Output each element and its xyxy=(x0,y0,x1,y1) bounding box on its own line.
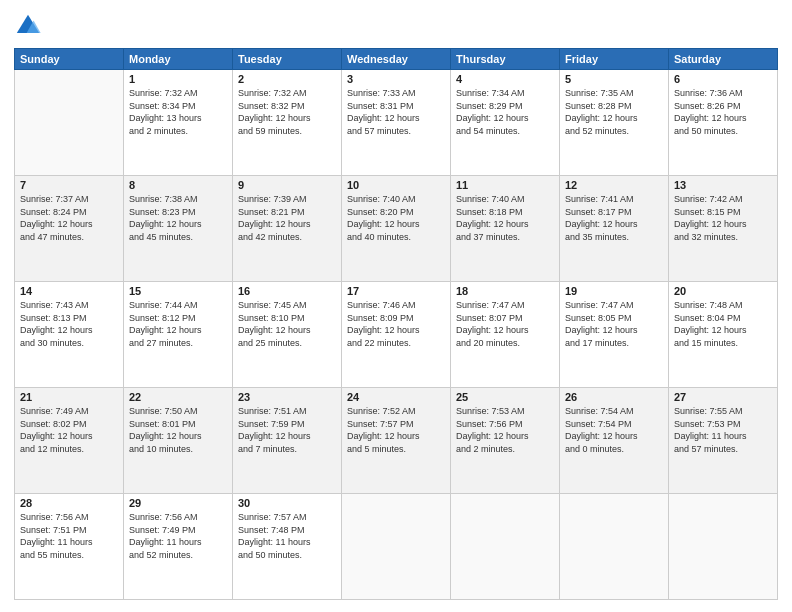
day-info: Sunrise: 7:38 AM Sunset: 8:23 PM Dayligh… xyxy=(129,193,227,243)
calendar-cell: 15Sunrise: 7:44 AM Sunset: 8:12 PM Dayli… xyxy=(124,282,233,388)
calendar-cell: 28Sunrise: 7:56 AM Sunset: 7:51 PM Dayli… xyxy=(15,494,124,600)
day-number: 4 xyxy=(456,73,554,85)
day-number: 12 xyxy=(565,179,663,191)
weekday-friday: Friday xyxy=(560,49,669,70)
day-info: Sunrise: 7:36 AM Sunset: 8:26 PM Dayligh… xyxy=(674,87,772,137)
day-info: Sunrise: 7:45 AM Sunset: 8:10 PM Dayligh… xyxy=(238,299,336,349)
day-info: Sunrise: 7:48 AM Sunset: 8:04 PM Dayligh… xyxy=(674,299,772,349)
calendar-cell: 24Sunrise: 7:52 AM Sunset: 7:57 PM Dayli… xyxy=(342,388,451,494)
day-number: 17 xyxy=(347,285,445,297)
calendar-cell: 3Sunrise: 7:33 AM Sunset: 8:31 PM Daylig… xyxy=(342,70,451,176)
calendar-cell: 18Sunrise: 7:47 AM Sunset: 8:07 PM Dayli… xyxy=(451,282,560,388)
calendar-cell xyxy=(15,70,124,176)
day-info: Sunrise: 7:40 AM Sunset: 8:18 PM Dayligh… xyxy=(456,193,554,243)
day-info: Sunrise: 7:40 AM Sunset: 8:20 PM Dayligh… xyxy=(347,193,445,243)
day-info: Sunrise: 7:37 AM Sunset: 8:24 PM Dayligh… xyxy=(20,193,118,243)
calendar-week-row: 14Sunrise: 7:43 AM Sunset: 8:13 PM Dayli… xyxy=(15,282,778,388)
day-info: Sunrise: 7:51 AM Sunset: 7:59 PM Dayligh… xyxy=(238,405,336,455)
day-info: Sunrise: 7:47 AM Sunset: 8:07 PM Dayligh… xyxy=(456,299,554,349)
calendar-cell xyxy=(451,494,560,600)
day-info: Sunrise: 7:55 AM Sunset: 7:53 PM Dayligh… xyxy=(674,405,772,455)
day-number: 26 xyxy=(565,391,663,403)
day-number: 18 xyxy=(456,285,554,297)
day-info: Sunrise: 7:46 AM Sunset: 8:09 PM Dayligh… xyxy=(347,299,445,349)
day-number: 19 xyxy=(565,285,663,297)
calendar-cell: 12Sunrise: 7:41 AM Sunset: 8:17 PM Dayli… xyxy=(560,176,669,282)
calendar-cell xyxy=(342,494,451,600)
calendar-cell: 27Sunrise: 7:55 AM Sunset: 7:53 PM Dayli… xyxy=(669,388,778,494)
day-number: 9 xyxy=(238,179,336,191)
day-number: 29 xyxy=(129,497,227,509)
weekday-thursday: Thursday xyxy=(451,49,560,70)
calendar-cell: 4Sunrise: 7:34 AM Sunset: 8:29 PM Daylig… xyxy=(451,70,560,176)
day-number: 14 xyxy=(20,285,118,297)
day-number: 5 xyxy=(565,73,663,85)
calendar-table: SundayMondayTuesdayWednesdayThursdayFrid… xyxy=(14,48,778,600)
calendar-cell: 7Sunrise: 7:37 AM Sunset: 8:24 PM Daylig… xyxy=(15,176,124,282)
calendar-cell: 30Sunrise: 7:57 AM Sunset: 7:48 PM Dayli… xyxy=(233,494,342,600)
weekday-saturday: Saturday xyxy=(669,49,778,70)
calendar-cell: 23Sunrise: 7:51 AM Sunset: 7:59 PM Dayli… xyxy=(233,388,342,494)
weekday-tuesday: Tuesday xyxy=(233,49,342,70)
day-number: 25 xyxy=(456,391,554,403)
calendar-cell: 5Sunrise: 7:35 AM Sunset: 8:28 PM Daylig… xyxy=(560,70,669,176)
weekday-sunday: Sunday xyxy=(15,49,124,70)
calendar-week-row: 21Sunrise: 7:49 AM Sunset: 8:02 PM Dayli… xyxy=(15,388,778,494)
calendar-cell: 11Sunrise: 7:40 AM Sunset: 8:18 PM Dayli… xyxy=(451,176,560,282)
day-number: 1 xyxy=(129,73,227,85)
calendar-cell xyxy=(669,494,778,600)
day-number: 28 xyxy=(20,497,118,509)
day-number: 8 xyxy=(129,179,227,191)
day-info: Sunrise: 7:34 AM Sunset: 8:29 PM Dayligh… xyxy=(456,87,554,137)
calendar-cell: 10Sunrise: 7:40 AM Sunset: 8:20 PM Dayli… xyxy=(342,176,451,282)
calendar-cell: 16Sunrise: 7:45 AM Sunset: 8:10 PM Dayli… xyxy=(233,282,342,388)
day-number: 3 xyxy=(347,73,445,85)
day-info: Sunrise: 7:35 AM Sunset: 8:28 PM Dayligh… xyxy=(565,87,663,137)
day-number: 16 xyxy=(238,285,336,297)
day-number: 15 xyxy=(129,285,227,297)
day-info: Sunrise: 7:43 AM Sunset: 8:13 PM Dayligh… xyxy=(20,299,118,349)
day-number: 21 xyxy=(20,391,118,403)
calendar-week-row: 1Sunrise: 7:32 AM Sunset: 8:34 PM Daylig… xyxy=(15,70,778,176)
day-info: Sunrise: 7:49 AM Sunset: 8:02 PM Dayligh… xyxy=(20,405,118,455)
calendar-cell: 20Sunrise: 7:48 AM Sunset: 8:04 PM Dayli… xyxy=(669,282,778,388)
day-info: Sunrise: 7:33 AM Sunset: 8:31 PM Dayligh… xyxy=(347,87,445,137)
weekday-monday: Monday xyxy=(124,49,233,70)
day-info: Sunrise: 7:44 AM Sunset: 8:12 PM Dayligh… xyxy=(129,299,227,349)
calendar-cell: 26Sunrise: 7:54 AM Sunset: 7:54 PM Dayli… xyxy=(560,388,669,494)
day-info: Sunrise: 7:53 AM Sunset: 7:56 PM Dayligh… xyxy=(456,405,554,455)
day-info: Sunrise: 7:41 AM Sunset: 8:17 PM Dayligh… xyxy=(565,193,663,243)
day-info: Sunrise: 7:56 AM Sunset: 7:49 PM Dayligh… xyxy=(129,511,227,561)
calendar-cell: 6Sunrise: 7:36 AM Sunset: 8:26 PM Daylig… xyxy=(669,70,778,176)
day-info: Sunrise: 7:50 AM Sunset: 8:01 PM Dayligh… xyxy=(129,405,227,455)
day-number: 10 xyxy=(347,179,445,191)
day-info: Sunrise: 7:39 AM Sunset: 8:21 PM Dayligh… xyxy=(238,193,336,243)
weekday-wednesday: Wednesday xyxy=(342,49,451,70)
calendar-week-row: 28Sunrise: 7:56 AM Sunset: 7:51 PM Dayli… xyxy=(15,494,778,600)
logo xyxy=(14,12,46,40)
day-number: 27 xyxy=(674,391,772,403)
calendar-cell: 17Sunrise: 7:46 AM Sunset: 8:09 PM Dayli… xyxy=(342,282,451,388)
calendar-week-row: 7Sunrise: 7:37 AM Sunset: 8:24 PM Daylig… xyxy=(15,176,778,282)
day-info: Sunrise: 7:52 AM Sunset: 7:57 PM Dayligh… xyxy=(347,405,445,455)
day-number: 24 xyxy=(347,391,445,403)
day-info: Sunrise: 7:42 AM Sunset: 8:15 PM Dayligh… xyxy=(674,193,772,243)
calendar-cell: 13Sunrise: 7:42 AM Sunset: 8:15 PM Dayli… xyxy=(669,176,778,282)
day-number: 7 xyxy=(20,179,118,191)
calendar-cell: 14Sunrise: 7:43 AM Sunset: 8:13 PM Dayli… xyxy=(15,282,124,388)
day-number: 2 xyxy=(238,73,336,85)
day-info: Sunrise: 7:32 AM Sunset: 8:32 PM Dayligh… xyxy=(238,87,336,137)
calendar-cell: 2Sunrise: 7:32 AM Sunset: 8:32 PM Daylig… xyxy=(233,70,342,176)
calendar-cell: 1Sunrise: 7:32 AM Sunset: 8:34 PM Daylig… xyxy=(124,70,233,176)
day-number: 30 xyxy=(238,497,336,509)
calendar-cell: 19Sunrise: 7:47 AM Sunset: 8:05 PM Dayli… xyxy=(560,282,669,388)
day-number: 6 xyxy=(674,73,772,85)
page: SundayMondayTuesdayWednesdayThursdayFrid… xyxy=(0,0,792,612)
day-info: Sunrise: 7:56 AM Sunset: 7:51 PM Dayligh… xyxy=(20,511,118,561)
calendar-cell: 22Sunrise: 7:50 AM Sunset: 8:01 PM Dayli… xyxy=(124,388,233,494)
header xyxy=(14,12,778,40)
calendar-cell: 25Sunrise: 7:53 AM Sunset: 7:56 PM Dayli… xyxy=(451,388,560,494)
logo-icon xyxy=(14,12,42,40)
day-info: Sunrise: 7:54 AM Sunset: 7:54 PM Dayligh… xyxy=(565,405,663,455)
calendar-cell xyxy=(560,494,669,600)
